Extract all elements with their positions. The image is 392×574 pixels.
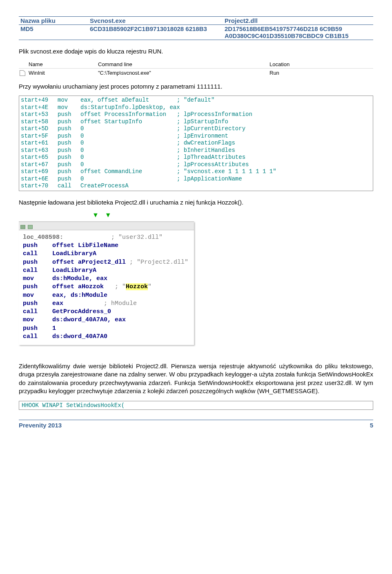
asm-codebox: start+49moveax, offset aDefault; "defaul… xyxy=(19,96,373,191)
autoruns-header-name: Name xyxy=(28,60,97,69)
ida-disassembly-box: loc_408598: ; "user32.dll"push offset Li… xyxy=(19,221,194,345)
hdr-md5-2b: A0D380C9C401D35510B78CBDC9 CB1B15 xyxy=(225,32,349,39)
asm-row: start+4Emovds:StartupInfo.lpDesktop, eax xyxy=(21,104,371,111)
autoruns-header-loc: Location xyxy=(269,60,373,69)
asm-row: start+58pushoffset StartupInfo; lpStartu… xyxy=(21,118,371,126)
ida-tab-icon-2 xyxy=(28,225,33,229)
page-footer: Prevenity 2013 5 xyxy=(19,420,373,429)
asm-row: start+67push0; lpProcessAttributes xyxy=(21,161,371,169)
autoruns-header-icon xyxy=(19,60,28,69)
paragraph-2: Przy wywołaniu uruchamiany jest proces p… xyxy=(19,82,373,91)
paragraph-1: Plik svcnost.exe dodaje wpis do klucza r… xyxy=(19,47,373,56)
api-signature-box: HHOOK WINAPI SetWindowsHookEx( xyxy=(19,401,373,410)
asm-row: start+6Epush0; lpApplicationName xyxy=(21,176,371,183)
footer-left: Prevenity 2013 xyxy=(19,422,62,429)
ida-disassembly: loc_408598: ; "user32.dll"push offset Li… xyxy=(19,230,194,345)
paragraph-3: Następnie ładowana jest biblioteka Proje… xyxy=(19,198,373,207)
autoruns-header-cmd: Command line xyxy=(97,60,269,69)
asm-row: start+63push0; bInheritHandles xyxy=(21,147,371,154)
footer-right: 5 xyxy=(370,422,373,429)
asm-row: start+49moveax, offset aDefault; "defaul… xyxy=(21,97,371,104)
autoruns-cmd: "C:\Temp\svcnost.exe" xyxy=(97,69,269,77)
asm-row: start+53pushoffset ProcessInformation; l… xyxy=(21,111,371,118)
hdr-md5-2: 2D175618B6EB5419757746D218 6C9B59 A0D380… xyxy=(223,25,373,40)
file-icon xyxy=(20,70,25,76)
asm-row: start+69pushoffset CommandLine; "svcnost… xyxy=(21,168,371,176)
autoruns-table: Name Command line Location WinInit "C:\T… xyxy=(19,60,373,77)
asm-row: start+61push0; dwCreationFlags xyxy=(21,140,371,147)
hdr-md5-1: 6CD31B85902F2C1B9713018028 6218B3 xyxy=(88,25,223,40)
autoruns-loc: Run xyxy=(269,69,373,77)
autoruns-row: WinInit "C:\Temp\svcnost.exe" Run xyxy=(19,69,373,77)
asm-row: start+5Dpush0; lpCurrentDirectory xyxy=(21,125,371,133)
hdr-label-filename: Nazwa pliku xyxy=(19,17,88,25)
hdr-filename-1: Svcnost.exe xyxy=(88,17,223,25)
ida-tab-icon-1 xyxy=(20,225,25,229)
hdr-label-md5: MD5 xyxy=(19,25,88,40)
hdr-filename-2: Project2.dll xyxy=(223,17,373,25)
asm-row: start+70callCreateProcessA xyxy=(21,182,371,190)
ida-arrows: ▼ ▼ xyxy=(19,211,373,219)
hdr-md5-2a: 2D175618B6EB5419757746D218 6C9B59 xyxy=(225,25,342,32)
asm-row: start+65push0; lpThreadAttributes xyxy=(21,154,371,161)
ida-tabbar xyxy=(19,222,194,230)
file-icon-cell xyxy=(19,69,28,77)
asm-row: start+5Fpush0; lpEnvironment xyxy=(21,133,371,140)
autoruns-name: WinInit xyxy=(28,69,97,77)
file-header-table: Nazwa pliku Svcnost.exe Project2.dll MD5… xyxy=(19,16,373,40)
paragraph-4: Zidentyfikowaliśmy dwie wersje bibliotek… xyxy=(19,362,373,395)
